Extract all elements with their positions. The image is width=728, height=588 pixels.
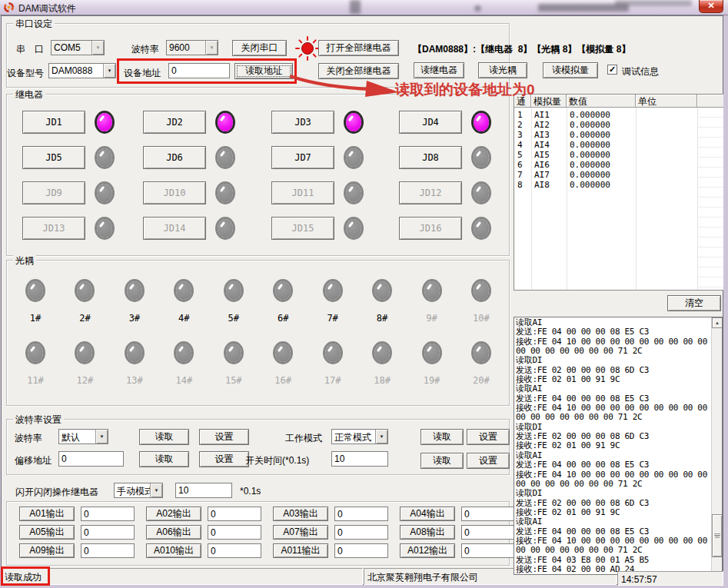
table-cell: AI4 xyxy=(531,140,567,150)
offset-read-button[interactable]: 读取 xyxy=(139,451,189,467)
workmode-read-button[interactable]: 读取 xyxy=(421,429,464,445)
output-a07-button[interactable]: A07输出 xyxy=(273,525,328,540)
table-cell: 2 xyxy=(514,120,531,130)
clear-log-button[interactable]: 清空 xyxy=(667,295,721,311)
title-bar: DAM调试软件 xyxy=(0,0,728,15)
device-address-input[interactable] xyxy=(168,63,230,78)
relay-led xyxy=(97,148,112,167)
output-a01-input[interactable] xyxy=(81,507,135,521)
workmode-set-button[interactable]: 设置 xyxy=(467,429,510,445)
baudrate-read-button[interactable]: 读取 xyxy=(139,429,189,445)
scrollbar-thumb[interactable] xyxy=(712,514,723,557)
output-a08-input[interactable] xyxy=(461,525,515,540)
offset-set-button[interactable]: 设置 xyxy=(199,451,249,467)
relay-led xyxy=(97,184,112,202)
debug-log-panel[interactable]: 读取AI 发送:FE 04 00 00 00 08 E5 C3 接收:FE 04… xyxy=(514,317,723,575)
output-a03-input[interactable] xyxy=(334,507,388,521)
log-scrollbar[interactable]: ▲ xyxy=(711,317,722,574)
device-info-text: 【DAM0888】:【继电器 8】【光耦 8】【模拟量 8】 xyxy=(413,43,630,56)
offset-address-input[interactable] xyxy=(58,451,124,467)
read-opto-button[interactable]: 读光耦 xyxy=(478,62,527,78)
output-a06-button[interactable]: A06输出 xyxy=(146,525,201,540)
opto-label: 12# xyxy=(77,375,94,386)
opto-led xyxy=(374,281,390,300)
opto-label: 15# xyxy=(225,375,242,386)
flash-mode-select[interactable]: 手动模式 ▼ xyxy=(114,483,163,498)
table-cell: 0.000000 xyxy=(567,120,636,130)
read-address-button[interactable]: 读取地址 xyxy=(234,63,293,79)
switch-read-button[interactable]: 读取 xyxy=(421,453,464,469)
baudrate-select[interactable]: 默认 ▼ xyxy=(58,429,108,444)
output-a02-input[interactable] xyxy=(208,507,261,521)
relay-jd5-button[interactable]: JD5 xyxy=(22,146,85,169)
opto-led xyxy=(424,281,440,300)
output-a06-input[interactable] xyxy=(208,525,261,540)
switch-time-input[interactable] xyxy=(331,451,388,467)
baud-select: 9600 ▼ xyxy=(166,40,218,55)
model-select[interactable]: DAM0888 ▼ xyxy=(48,63,116,78)
output-a09-button[interactable]: A09输出 xyxy=(19,543,75,558)
output-a09-input[interactable] xyxy=(81,543,135,558)
table-cell: AI8 xyxy=(531,180,567,190)
relay-jd2-button[interactable]: JD2 xyxy=(143,111,206,134)
opto-label: 2# xyxy=(79,313,90,324)
column-header[interactable]: 模拟量 xyxy=(531,95,567,108)
opto-label: 17# xyxy=(324,375,341,386)
opto-led xyxy=(127,281,142,300)
opto-led xyxy=(77,344,92,362)
port-value: COM5 xyxy=(52,41,91,55)
flash-time-input[interactable] xyxy=(175,483,232,498)
column-header[interactable]: 数值 xyxy=(567,95,636,108)
output-a012-button[interactable]: A012输出 xyxy=(400,543,455,558)
opto-led xyxy=(275,281,291,300)
output-a05-input[interactable] xyxy=(81,525,135,540)
read-relay-button[interactable]: 读继电器 xyxy=(414,62,464,78)
output-a08-button[interactable]: A08输出 xyxy=(400,525,455,540)
table-cell: AI1 xyxy=(531,110,567,120)
column-header[interactable]: 单位 xyxy=(636,95,697,108)
open-all-relays-button[interactable]: 打开全部继电器 xyxy=(318,40,399,56)
output-a010-input[interactable] xyxy=(208,543,261,558)
relay-jd16-button: JD16 xyxy=(399,217,462,240)
switch-set-button[interactable]: 设置 xyxy=(467,453,510,469)
relay-group: 继电器 JD1 JD2 JD3 JD4 JD5 JD6 JD7 JD8 JD9 … xyxy=(6,94,510,256)
baudrate-set-button[interactable]: 设置 xyxy=(199,429,249,445)
output-a04-input[interactable] xyxy=(461,507,515,521)
relay-jd4-button[interactable]: JD4 xyxy=(399,111,462,134)
close-button[interactable]: ✕ xyxy=(699,0,723,13)
relay-jd8-button[interactable]: JD8 xyxy=(399,146,462,169)
table-cell: AI3 xyxy=(531,130,567,140)
close-serial-button[interactable]: 关闭串口 xyxy=(232,40,287,56)
baudrate-label: 波特率 xyxy=(15,432,42,445)
output-a011-button[interactable]: A011输出 xyxy=(273,543,328,558)
relay-jd1-button[interactable]: JD1 xyxy=(22,111,85,134)
opto-led xyxy=(226,344,241,362)
output-a012-input[interactable] xyxy=(461,543,515,558)
table-cell: 0.000000 xyxy=(567,180,636,190)
workmode-label: 工作模式 xyxy=(285,432,322,445)
relay-jd3-button[interactable]: JD3 xyxy=(271,111,334,134)
opto-led xyxy=(424,344,440,362)
relay-led xyxy=(346,219,361,238)
workmode-select[interactable]: 正常模式 ▼ xyxy=(331,429,388,444)
relay-jd7-button[interactable]: JD7 xyxy=(271,146,334,169)
output-a011-input[interactable] xyxy=(334,543,388,558)
output-a03-button[interactable]: A03输出 xyxy=(273,507,328,521)
read-analog-button[interactable]: 读模拟量 xyxy=(543,62,598,78)
baud-settings-group: 波特率设置 波特率 默认 ▼ 读取 设置 工作模式 正常模式 ▼ 读取 设置 偏… xyxy=(6,419,510,475)
flash-relay-label: 闪开闪闭操作继电器 xyxy=(15,486,98,499)
opto-label: 18# xyxy=(374,375,391,386)
baud-settings-title: 波特率设置 xyxy=(13,414,64,427)
output-a05-button[interactable]: A05输出 xyxy=(19,525,75,540)
output-a01-button[interactable]: A01输出 xyxy=(19,507,75,521)
output-a010-button[interactable]: A010输出 xyxy=(146,543,201,558)
debug-info-checkbox[interactable]: ✓ xyxy=(607,65,617,75)
scroll-up-icon[interactable]: ▲ xyxy=(712,317,723,328)
relay-led xyxy=(218,184,233,202)
window-frame xyxy=(723,15,728,588)
output-a02-button[interactable]: A02输出 xyxy=(146,507,201,521)
relay-jd6-button[interactable]: JD6 xyxy=(143,146,206,169)
dropdown-arrow-icon: ▼ xyxy=(205,41,218,55)
output-a07-input[interactable] xyxy=(334,525,388,540)
output-a04-button[interactable]: A04输出 xyxy=(400,507,455,521)
